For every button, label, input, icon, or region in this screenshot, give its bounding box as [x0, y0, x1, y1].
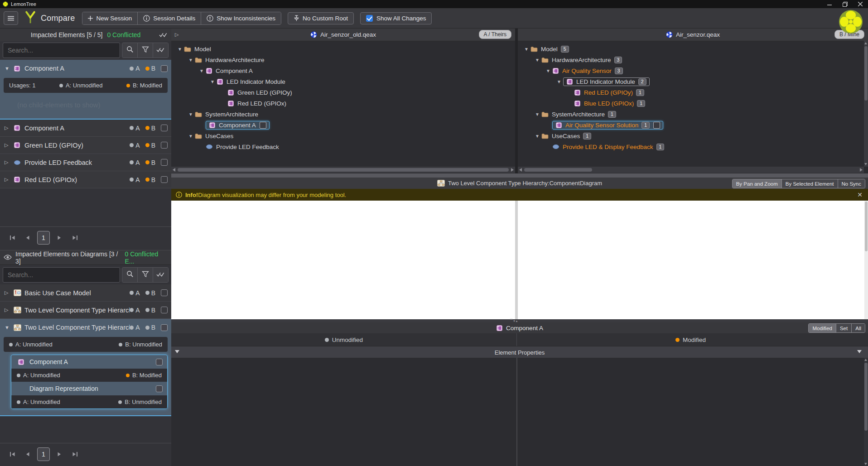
tree-item[interactable]: Blue LED (GPIOx)1 — [518, 98, 868, 109]
vertical-scrollbar[interactable] — [864, 41, 868, 167]
expander-icon[interactable]: ▼ — [5, 66, 14, 71]
splitter-grip[interactable]: ▔ ▾ ▴ — [510, 319, 517, 322]
tree-item[interactable]: ▼Air Quality Sensor3 — [518, 65, 868, 76]
scroll-right-icon[interactable] — [511, 168, 514, 172]
element-properties-bar[interactable]: Element Properties — [171, 346, 868, 358]
sync-button-by-selected-element[interactable]: By Selected Element — [781, 179, 838, 188]
expander-icon[interactable]: ▼ — [187, 112, 195, 117]
tree-item[interactable]: ▼Component A — [171, 65, 515, 76]
close-button[interactable] — [853, 0, 868, 8]
checkbox[interactable] — [161, 176, 168, 183]
checkbox[interactable] — [161, 125, 168, 131]
expander-icon[interactable]: ▷ — [5, 125, 14, 131]
next-page-button[interactable] — [53, 452, 65, 457]
list-item[interactable]: ▷Red LED (GPIOx)AB — [0, 171, 171, 188]
chevron-right-icon[interactable]: ▷ — [175, 32, 178, 38]
list-item[interactable]: ▷Two Level Component Type HierarchyAB — [0, 302, 171, 319]
checkbox[interactable] — [260, 122, 266, 129]
scrollbar-thumb[interactable] — [864, 363, 868, 431]
expander-icon[interactable]: ▼ — [198, 68, 206, 73]
selected-tree-item[interactable]: Component A — [206, 121, 270, 130]
tree-item[interactable]: ▼SystemArchitecture1 — [518, 109, 868, 120]
checkbox[interactable] — [161, 324, 168, 331]
vertical-scrollbar[interactable] — [864, 201, 868, 319]
tree-item[interactable]: ▼UseCases — [171, 130, 515, 141]
list-item[interactable]: ▼Component AAB — [0, 60, 171, 77]
expander-icon[interactable]: ▷ — [5, 307, 14, 313]
next-page-button[interactable] — [53, 235, 65, 240]
page-number[interactable]: 1 — [37, 447, 50, 461]
diagram-canvas-mine[interactable] — [518, 201, 864, 319]
expander-icon[interactable]: ▷ — [5, 290, 14, 296]
select-all-button[interactable] — [153, 268, 168, 282]
expander-icon[interactable]: ▼ — [533, 58, 541, 62]
scroll-up-icon[interactable] — [864, 42, 867, 44]
selected-tree-item[interactable]: Air Quality Sensor Solution1 — [552, 121, 663, 130]
search-input[interactable] — [3, 43, 120, 58]
tree-item[interactable]: ▼Model — [171, 43, 515, 54]
expander-icon[interactable]: ▷ — [5, 177, 14, 183]
checkbox[interactable] — [161, 142, 168, 149]
checkbox[interactable] — [156, 359, 163, 365]
expander-icon[interactable]: ▼ — [187, 58, 195, 62]
tree-item[interactable]: ▼SystemArchitecture — [171, 109, 515, 120]
list-item[interactable]: ▷Green LED (GPIOy)AB — [0, 137, 171, 154]
filter-button-set[interactable]: Set — [836, 324, 851, 332]
show-all-changes-toggle[interactable]: Show All Changes — [360, 12, 432, 24]
expander-icon[interactable]: ▼ — [5, 325, 14, 330]
no-custom-root-button[interactable]: No Custom Root — [288, 12, 354, 24]
collapse-icon[interactable] — [857, 350, 862, 353]
expander-icon[interactable]: ▼ — [522, 47, 530, 52]
checkbox[interactable] — [161, 159, 168, 166]
checkbox[interactable] — [161, 65, 168, 72]
collapse-icon[interactable] — [175, 350, 179, 353]
scrollbar-thumb[interactable] — [524, 168, 592, 172]
tree-item[interactable]: ▼HardwareArchitecture — [171, 54, 515, 65]
scroll-down-icon[interactable] — [864, 463, 867, 465]
tree-item[interactable]: ▼UseCases1 — [518, 130, 868, 141]
minimize-button[interactable] — [822, 0, 837, 8]
scroll-up-icon[interactable] — [864, 359, 867, 361]
list-item[interactable]: Component A — [11, 355, 167, 369]
details-splitter[interactable]: ▔ ▾ ▴ — [171, 319, 868, 322]
show-inconsistencies-button[interactable]: Show Inconsistencies — [201, 12, 281, 24]
hamburger-menu-button[interactable] — [4, 11, 18, 25]
horizontal-scrollbar[interactable] — [518, 167, 864, 173]
checkbox[interactable] — [161, 307, 168, 313]
horizontal-splitter[interactable] — [171, 173, 868, 178]
page-number[interactable]: 1 — [37, 231, 50, 245]
scroll-left-icon[interactable] — [519, 168, 522, 172]
double-check-icon[interactable] — [159, 32, 168, 38]
scrollbar-thumb[interactable] — [178, 168, 509, 172]
scroll-down-icon[interactable] — [864, 163, 867, 165]
tree-item[interactable]: Green LED (GPIOy) — [171, 87, 515, 98]
scrollbar-thumb[interactable] — [865, 202, 868, 251]
expander-icon[interactable]: ▼ — [544, 68, 552, 73]
tree-item[interactable]: ▼LED Indicator Module2 — [518, 76, 868, 87]
checked-checkbox-icon[interactable] — [366, 15, 373, 22]
filter-button-modified[interactable]: Modified — [809, 324, 835, 332]
checkbox[interactable] — [161, 289, 168, 296]
select-all-button[interactable] — [153, 43, 168, 58]
tree-item[interactable]: ▼HardwareArchitecture3 — [518, 54, 868, 65]
scroll-right-icon[interactable] — [860, 168, 863, 172]
expander-icon[interactable]: ▼ — [533, 112, 541, 117]
scroll-left-icon[interactable] — [173, 168, 175, 172]
search-input[interactable] — [3, 267, 120, 283]
list-item[interactable]: ▷Basic Use Case ModelAB — [0, 284, 171, 302]
sync-button-by-pan-and-zoom[interactable]: By Pan and Zoom — [733, 179, 781, 188]
tree-item[interactable]: Red LED (GPIOy)1 — [518, 87, 868, 98]
vertical-scrollbar[interactable] — [864, 358, 868, 466]
expander-icon[interactable]: ▷ — [5, 142, 14, 148]
expander-icon[interactable]: ▼ — [187, 134, 195, 139]
expander-icon[interactable]: ▼ — [208, 79, 217, 84]
expander-icon[interactable]: ▼ — [533, 134, 541, 139]
new-session-button[interactable]: New Session — [82, 12, 137, 24]
prev-page-button[interactable] — [22, 452, 34, 457]
close-info-icon[interactable]: ✕ — [857, 191, 863, 198]
checkbox[interactable] — [653, 122, 660, 129]
tree-item[interactable]: Air Quality Sensor Solution1 — [518, 120, 868, 130]
search-button[interactable] — [122, 268, 137, 282]
filter-button[interactable] — [137, 268, 153, 282]
expander-icon[interactable]: ▼ — [555, 79, 563, 84]
